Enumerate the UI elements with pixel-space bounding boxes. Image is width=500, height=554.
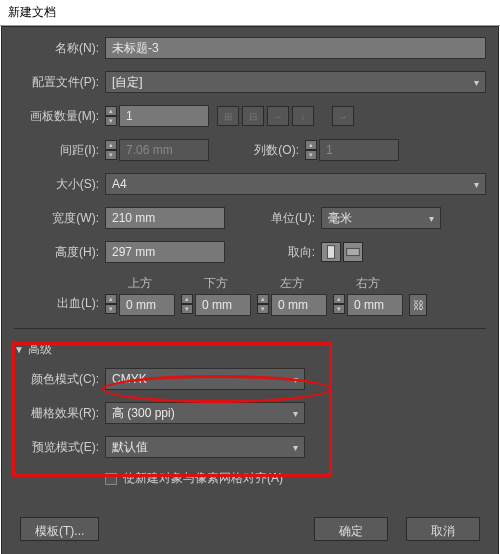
bleed-left-input[interactable] [271, 294, 327, 316]
spacing-stepper: ▴▾ [105, 140, 117, 160]
bleed-top-input[interactable] [119, 294, 175, 316]
arrange-right-icon: → [267, 106, 289, 126]
columns-input [319, 139, 399, 161]
link-bleed-icon[interactable]: ⛓ [409, 294, 427, 316]
name-label: 名称(N): [14, 40, 99, 57]
bleed-right-label: 右方 [343, 275, 393, 292]
bleed-right-stepper[interactable]: ▴▾ [333, 294, 345, 316]
bleed-bottom-stepper[interactable]: ▴▾ [181, 294, 193, 316]
svg-rect-1 [347, 248, 360, 255]
row-layout-icon: ⊟ [242, 106, 264, 126]
units-label: 单位(U): [255, 210, 315, 227]
landscape-button[interactable] [343, 242, 363, 262]
profile-select[interactable]: [自定] [105, 71, 486, 93]
raster-label: 栅格效果(R): [14, 405, 99, 422]
height-label: 高度(H): [14, 244, 99, 261]
portrait-button[interactable] [321, 242, 341, 262]
bleed-top-label: 上方 [115, 275, 165, 292]
pixelgrid-checkbox[interactable] [105, 473, 117, 485]
name-input[interactable] [105, 37, 486, 59]
template-button[interactable]: 模板(T)... [20, 517, 99, 541]
raster-select[interactable]: 高 (300 ppi) [105, 402, 305, 424]
bleed-label: 出血(L): [14, 295, 99, 312]
dialog-body: 名称(N): 配置文件(P): [自定] 画板数量(M): ▴▾ ⊞ ⊟ → ↓… [1, 26, 499, 554]
size-label: 大小(S): [14, 176, 99, 193]
grid-layout-icon: ⊞ [217, 106, 239, 126]
orientation-label: 取向: [255, 244, 315, 261]
bleed-bottom-label: 下方 [191, 275, 241, 292]
artboards-input[interactable] [119, 105, 209, 127]
artboards-stepper[interactable]: ▴▾ [105, 106, 117, 126]
bleed-left-label: 左方 [267, 275, 317, 292]
columns-label: 列数(O): [239, 142, 299, 159]
width-label: 宽度(W): [14, 210, 99, 227]
columns-stepper: ▴▾ [305, 140, 317, 160]
preview-select[interactable]: 默认值 [105, 436, 305, 458]
pixelgrid-label: 使新建对象与像素网格对齐(A) [123, 470, 283, 487]
arrow-icon: → [332, 106, 354, 126]
spacing-input [119, 139, 209, 161]
size-select[interactable]: A4 [105, 173, 486, 195]
advanced-toggle[interactable]: ▼ 高级 [14, 341, 486, 358]
height-input[interactable] [105, 241, 225, 263]
arrange-down-icon: ↓ [292, 106, 314, 126]
advanced-title: 高级 [28, 341, 52, 358]
preview-label: 预览模式(E): [14, 439, 99, 456]
svg-rect-0 [327, 246, 334, 259]
artboards-label: 画板数量(M): [14, 108, 99, 125]
bleed-bottom-input[interactable] [195, 294, 251, 316]
bleed-right-input[interactable] [347, 294, 403, 316]
ok-button[interactable]: 确定 [314, 517, 388, 541]
profile-label: 配置文件(P): [14, 74, 99, 91]
colormode-label: 颜色模式(C): [14, 371, 99, 388]
spacing-label: 间距(I): [14, 142, 99, 159]
bleed-top-stepper[interactable]: ▴▾ [105, 294, 117, 316]
colormode-select[interactable]: CMYK [105, 368, 305, 390]
units-select[interactable]: 毫米 [321, 207, 441, 229]
cancel-button[interactable]: 取消 [406, 517, 480, 541]
chevron-down-icon: ▼ [14, 344, 24, 355]
width-input[interactable] [105, 207, 225, 229]
bleed-left-stepper[interactable]: ▴▾ [257, 294, 269, 316]
window-title: 新建文档 [0, 0, 500, 26]
